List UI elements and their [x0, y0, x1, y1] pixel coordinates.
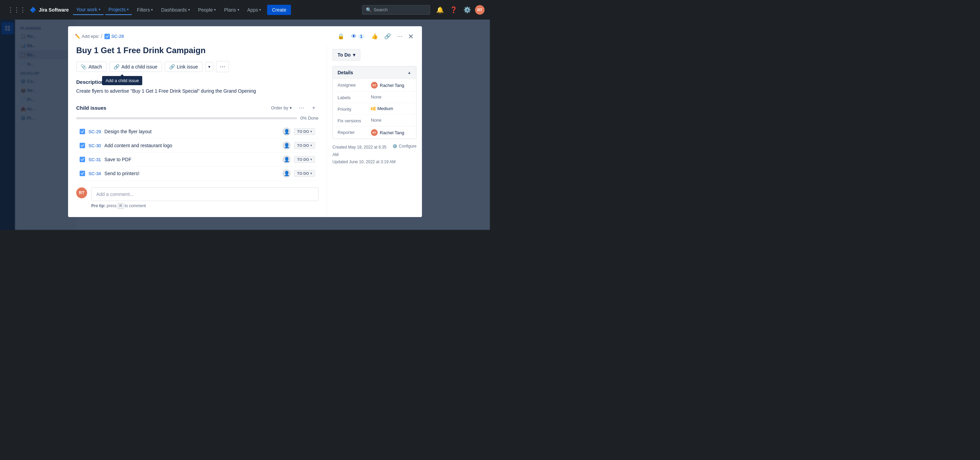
order-by-chevron: ▾	[290, 105, 292, 110]
status-chevron-icon: ▾	[310, 172, 312, 175]
details-title: Details	[337, 70, 353, 75]
fix-versions-row: Fix versions None	[333, 115, 416, 126]
child-issue-row[interactable]: SC-30 Add content and restaurant logo 👤 …	[76, 139, 318, 153]
timestamps-area: ⚙️ Configure Created May 18, 2022 at 6:3…	[332, 139, 417, 166]
fix-versions-value[interactable]: None	[371, 118, 411, 123]
priority-row: Priority Medium	[333, 103, 416, 115]
child-issue-status[interactable]: TO DO ▾	[294, 142, 315, 149]
child-issue-type-icon	[80, 157, 85, 162]
task-type-icon	[105, 34, 110, 39]
nav-logo[interactable]: Jira Software	[29, 6, 69, 14]
watch-button[interactable]: 👁 1	[348, 31, 367, 42]
breadcrumb-epic[interactable]: ✏️ Add epic	[75, 34, 99, 39]
lock-button[interactable]: 🔒	[336, 31, 347, 42]
fix-versions-label: Fix versions	[337, 118, 368, 123]
child-issue-status[interactable]: TO DO ▾	[294, 156, 315, 163]
more-actions-button[interactable]: ⋯	[216, 61, 229, 72]
child-issue-key[interactable]: SC-34	[89, 171, 101, 176]
assignee-value[interactable]: RT Rachel Tang	[371, 82, 411, 89]
top-nav: ⋮⋮⋮ Jira Software Your work ▾	[0, 0, 490, 19]
status-chevron-icon: ▾	[310, 130, 312, 133]
assignee-label: Assignee	[337, 82, 368, 88]
comment-area: RT Pro tip: press M to comment	[76, 187, 318, 209]
child-issue-row[interactable]: SC-34 Send to printers! 👤 TO DO ▾	[76, 167, 318, 180]
child-issue-avatar: 👤	[282, 155, 291, 164]
child-issue-status[interactable]: TO DO ▾	[294, 128, 315, 135]
configure-button[interactable]: ⚙️ Configure	[392, 144, 417, 149]
close-button[interactable]: ✕	[407, 32, 415, 41]
grid-icon[interactable]: ⋮⋮⋮	[5, 4, 28, 16]
user-avatar[interactable]: RT	[475, 5, 485, 14]
comment-hotkey: M	[118, 203, 124, 209]
settings-icon[interactable]: ⚙️	[461, 4, 473, 16]
reporter-value[interactable]: RT Rachel Tang	[371, 129, 411, 136]
child-issues-more-button[interactable]: ⋯	[297, 103, 306, 112]
create-button[interactable]: Create	[267, 5, 291, 15]
reporter-row: Reporter RT Rachel Tang	[333, 126, 416, 139]
status-button[interactable]: To Do ▾	[332, 49, 360, 61]
notifications-icon[interactable]: 🔔	[434, 4, 446, 16]
attach-button[interactable]: 📎 Attach	[76, 62, 107, 72]
nav-plans[interactable]: Plans ▾	[221, 5, 242, 14]
current-user-avatar: RT	[76, 187, 87, 198]
reporter-avatar: RT	[371, 129, 378, 136]
details-header[interactable]: Details ▲	[333, 66, 416, 79]
priority-value[interactable]: Medium	[371, 106, 411, 111]
child-issue-summary: Save to PDF	[105, 157, 279, 162]
nav-icons: 🔔 ❓ ⚙️ RT	[434, 4, 485, 16]
nav-projects[interactable]: Projects ▾	[105, 5, 132, 15]
labels-row: Labels None	[333, 91, 416, 103]
child-issue-row[interactable]: SC-29 Design the flyer layout 👤 TO DO ▾	[76, 125, 318, 139]
modal-action-buttons: 🔒 👁 1 👍 🔗 ⋯ ✕	[336, 31, 415, 42]
child-issue-summary: Add content and restaurant logo	[105, 143, 279, 148]
thumbs-up-button[interactable]: 👍	[369, 31, 380, 42]
comment-input-container: Pro tip: press M to comment	[91, 187, 318, 209]
child-issue-row[interactable]: SC-31 Save to PDF 👤 TO DO ▾	[76, 153, 318, 167]
action-buttons-row: 📎 Attach 🔗 Add a child issue 🔗 Link issu…	[76, 61, 318, 72]
child-issues-add-button[interactable]: ＋	[309, 103, 318, 113]
details-section: Details ▲ Assignee RT Rachel Tang Labels…	[332, 66, 417, 139]
child-issue-key[interactable]: SC-29	[89, 129, 101, 134]
nav-apps[interactable]: Apps ▾	[244, 5, 265, 14]
assignee-avatar: RT	[371, 82, 378, 89]
status-chevron-icon: ▾	[353, 52, 355, 58]
child-issue-summary: Send to printers!	[105, 171, 279, 176]
child-issue-avatar: 👤	[282, 169, 291, 177]
comment-input[interactable]	[91, 187, 318, 201]
search-input[interactable]	[374, 7, 421, 12]
more-options-button[interactable]: ⋯	[395, 31, 404, 42]
link-icon: 🔗	[169, 64, 175, 70]
nav-your-work[interactable]: Your work ▾	[73, 5, 104, 15]
share-button[interactable]: 🔗	[382, 31, 393, 42]
child-issues-title: Child issues	[76, 105, 266, 111]
paperclip-icon: 📎	[81, 64, 86, 70]
breadcrumb-task-key[interactable]: SC-28	[105, 34, 124, 39]
priority-icon	[371, 107, 375, 111]
modal-right-sidebar: To Do ▾ Details ▲ Assignee RT Rachel Tan…	[327, 45, 422, 217]
search-bar[interactable]: 🔍	[362, 5, 430, 14]
labels-value[interactable]: None	[371, 94, 411, 99]
progress-container: 0% Done	[76, 115, 318, 121]
child-issue-status[interactable]: TO DO ▾	[294, 170, 315, 177]
nav-dashboards[interactable]: Dashboards ▾	[158, 5, 193, 14]
child-issue-type-icon	[80, 171, 85, 176]
comment-tip: Pro tip: press M to comment	[91, 203, 318, 209]
logo-text: Jira Software	[39, 7, 69, 13]
priority-label: Priority	[337, 106, 368, 112]
eye-icon: 👁	[351, 34, 356, 40]
add-child-issue-button[interactable]: 🔗 Add a child issue	[109, 62, 162, 72]
nav-filters[interactable]: Filters ▾	[134, 5, 156, 14]
nav-people[interactable]: People ▾	[195, 5, 220, 14]
child-issue-type-icon	[80, 143, 85, 148]
status-chevron-icon: ▾	[310, 158, 312, 161]
updated-timestamp: Updated June 10, 2022 at 3:19 AM	[332, 158, 417, 166]
order-by-button[interactable]: Order by ▾	[269, 104, 294, 112]
more-actions-dropdown[interactable]: ▾	[205, 62, 213, 72]
child-issue-key[interactable]: SC-31	[89, 157, 101, 162]
child-issue-key[interactable]: SC-30	[89, 143, 101, 148]
link-issue-button[interactable]: 🔗 Link issue	[165, 62, 202, 72]
pencil-icon: ✏️	[75, 34, 80, 39]
status-chevron-icon: ▾	[310, 144, 312, 147]
help-icon[interactable]: ❓	[448, 4, 460, 16]
modal-overlay[interactable]: ✏️ Add epic / SC-28 🔒 👁 1 👍 🔗	[0, 19, 490, 230]
